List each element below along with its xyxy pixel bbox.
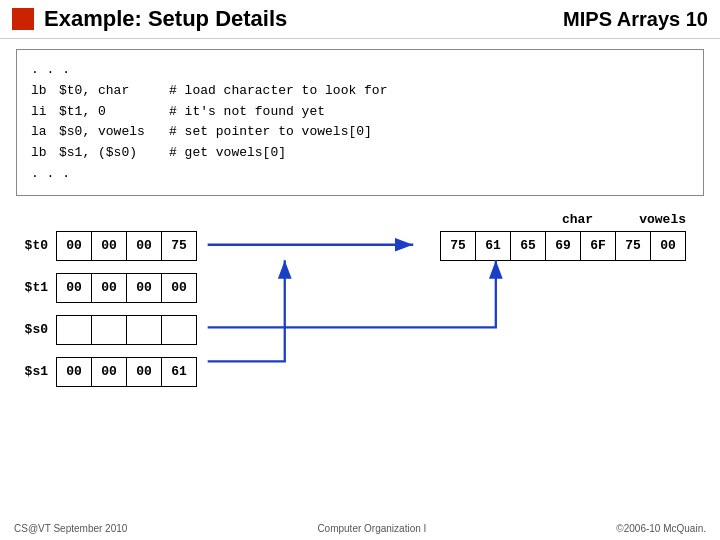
instr-la-s0: la	[31, 122, 59, 143]
s0-row: $s0	[16, 315, 704, 345]
t0-row: $t0 00 00 00 75 75 61 65 69 6F 75 00	[16, 231, 704, 261]
char-label: char	[562, 212, 593, 227]
code-line-la-s0: la $s0, vowels # set pointer to vowels[0…	[31, 122, 689, 143]
t1-cell-0: 00	[56, 273, 92, 303]
t1-cell-3: 00	[161, 273, 197, 303]
labels-row: char vowels	[16, 212, 704, 227]
code-line-lb-s1: lb $s1, ($s0) # get vowels[0]	[31, 143, 689, 164]
s0-cell-0	[56, 315, 92, 345]
reg-t1-0: $t1, 0	[59, 102, 169, 123]
s0-label: $s0	[16, 322, 48, 337]
reg-s1-s0: $s1, ($s0)	[59, 143, 169, 164]
vowel-cell-5: 75	[615, 231, 651, 261]
reg-t0-char: $t0, char	[59, 81, 169, 102]
footer-center: Computer Organization I	[317, 523, 426, 534]
comment-lb-s1: # get vowels[0]	[169, 143, 286, 164]
vowels-array: 75 61 65 69 6F 75 00	[440, 231, 686, 261]
header-icon	[12, 8, 34, 30]
t1-cell-1: 00	[91, 273, 127, 303]
footer: CS@VT September 2010 Computer Organizati…	[0, 523, 720, 534]
t1-cells: 00 00 00 00	[56, 273, 197, 303]
vowel-cell-0: 75	[440, 231, 476, 261]
s1-cell-2: 00	[126, 357, 162, 387]
page-title: Example: Setup Details	[44, 6, 563, 32]
t0-cell-1: 00	[91, 231, 127, 261]
s1-cell-1: 00	[91, 357, 127, 387]
code-line-li-t1: li $t1, 0 # it's not found yet	[31, 102, 689, 123]
s0-cells	[56, 315, 197, 345]
footer-right: ©2006-10 McQuain.	[616, 523, 706, 534]
slide-label: MIPS Arrays 10	[563, 8, 708, 31]
vowel-cell-1: 61	[475, 231, 511, 261]
instr-lb-t0: lb	[31, 81, 59, 102]
s1-cell-3: 61	[161, 357, 197, 387]
reg-s0-vowels: $s0, vowels	[59, 122, 169, 143]
t1-label: $t1	[16, 280, 48, 295]
s0-cell-1	[91, 315, 127, 345]
t1-cell-2: 00	[126, 273, 162, 303]
comment-li-t1: # it's not found yet	[169, 102, 325, 123]
code-line-lb-t0: lb $t0, char # load character to look fo…	[31, 81, 689, 102]
code-line-dots-bot: . . .	[31, 164, 689, 185]
code-dots-bot: . . .	[31, 164, 70, 185]
t0-cell-3: 75	[161, 231, 197, 261]
vowels-label: vowels	[639, 212, 686, 227]
footer-left: CS@VT September 2010	[14, 523, 127, 534]
instr-lb-s1: lb	[31, 143, 59, 164]
t0-cells: 00 00 00 75	[56, 231, 197, 261]
code-dots-top: . . .	[31, 60, 70, 81]
code-line-dots-top: . . .	[31, 60, 689, 81]
comment-la-s0: # set pointer to vowels[0]	[169, 122, 372, 143]
registers-container: $t0 00 00 00 75 75 61 65 69 6F 75 00 $t1	[16, 231, 704, 387]
comment-lb-t0: # load character to look for	[169, 81, 387, 102]
s1-cells: 00 00 00 61	[56, 357, 197, 387]
s0-cell-2	[126, 315, 162, 345]
t1-row: $t1 00 00 00 00	[16, 273, 704, 303]
instr-li-t1: li	[31, 102, 59, 123]
code-block: . . . lb $t0, char # load character to l…	[16, 49, 704, 196]
t0-cell-2: 00	[126, 231, 162, 261]
t0-cell-0: 00	[56, 231, 92, 261]
s1-label: $s1	[16, 364, 48, 379]
s1-cell-0: 00	[56, 357, 92, 387]
vowel-cell-3: 69	[545, 231, 581, 261]
vowel-cell-4: 6F	[580, 231, 616, 261]
vowel-cell-2: 65	[510, 231, 546, 261]
s1-row: $s1 00 00 00 61	[16, 357, 704, 387]
header: Example: Setup Details MIPS Arrays 10	[0, 0, 720, 39]
vowel-cell-6: 00	[650, 231, 686, 261]
main-content: . . . lb $t0, char # load character to l…	[0, 39, 720, 409]
s0-cell-3	[161, 315, 197, 345]
t0-label: $t0	[16, 238, 48, 253]
